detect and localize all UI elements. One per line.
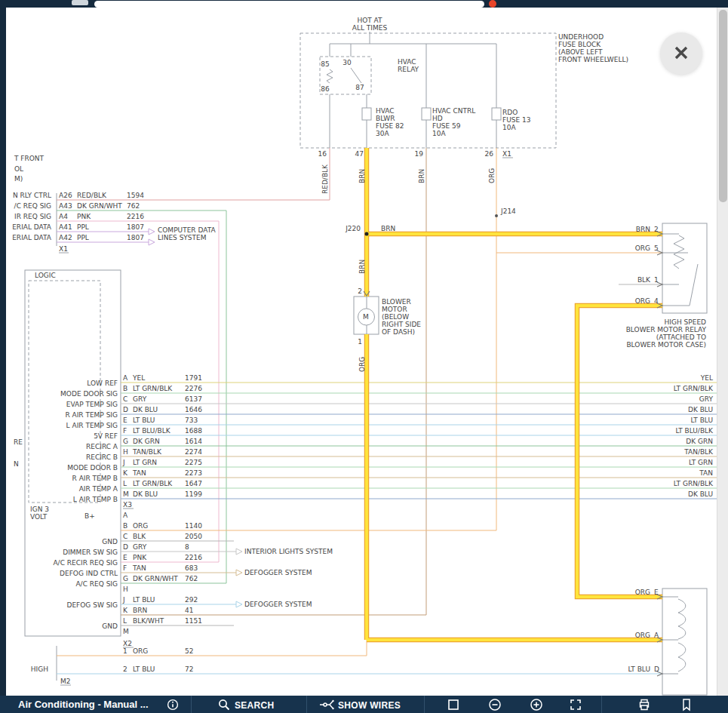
resistor-pin-id: A <box>654 632 659 639</box>
left-module-signal: ERIAL DATA <box>12 223 52 231</box>
highlighted-wire[interactable] <box>367 148 662 640</box>
wire-circuit: 1791 <box>185 374 202 382</box>
browser-notification-icon[interactable] <box>489 0 496 8</box>
wire-pin: D <box>123 406 128 413</box>
relay-pin-id: 1 <box>654 276 659 284</box>
left-module-signal: N RLY CTRL <box>13 192 51 199</box>
blower-resistor-box <box>662 589 707 695</box>
wire-pin: E <box>123 416 127 424</box>
junction-j214-dot <box>495 214 498 217</box>
close-button[interactable] <box>660 32 702 75</box>
show-wires-icon[interactable] <box>319 698 334 711</box>
relay-pin-86: 86 <box>321 85 330 93</box>
wire-color: BLK <box>133 533 146 540</box>
wire-circuit: 733 <box>185 416 198 424</box>
wire-circuit: 762 <box>127 202 140 210</box>
wire-circuit: 2216 <box>185 554 202 561</box>
wire-color-right: LT GRN <box>689 459 713 466</box>
left-module-header: T FRONT <box>14 155 45 162</box>
wire-circuit: 2274 <box>185 448 202 456</box>
wire-circuit: 1614 <box>185 438 202 445</box>
fuse-block-pin-16: 16 <box>318 150 327 158</box>
browser-urlbar[interactable] <box>94 1 484 8</box>
resistor-pin-id: D <box>654 665 659 673</box>
wire-circuit: 1807 <box>127 223 144 231</box>
wire-label-brn: BRN <box>418 169 425 183</box>
wire-color: TAN/BLK <box>132 448 162 456</box>
wire-pin: A <box>123 512 128 519</box>
fuse-cntrl-label: FUSE 59 <box>432 122 461 130</box>
fullscreen-icon[interactable] <box>447 698 460 711</box>
wire-pin: M <box>123 628 129 635</box>
logic-signal: MODE DOOR SIG <box>60 390 118 398</box>
close-icon <box>671 43 691 65</box>
left-module-header: OL <box>14 165 23 173</box>
blower-relay-label: BLOWER MOTOR CASE) <box>626 341 706 349</box>
zoom-in-icon[interactable] <box>530 698 543 711</box>
wire-pin: L <box>123 480 127 487</box>
wire-color: LT BLU <box>133 596 155 604</box>
wire-pin: C <box>123 395 127 403</box>
show-wires-button[interactable]: SHOW WIRES <box>338 700 401 711</box>
blower-motor-label: (BELOW <box>382 313 409 321</box>
vertical-scrollbar[interactable] <box>717 8 728 696</box>
offpage-arrow-icon <box>236 601 242 607</box>
print-icon[interactable] <box>637 698 651 711</box>
wire-circuit: 683 <box>185 564 198 572</box>
wire-circuit: 1647 <box>185 480 202 487</box>
module-signal: DIMMER SW SIG <box>63 549 118 556</box>
relay-pin-color: ORG <box>635 244 650 252</box>
blower-motor-label: MOTOR <box>382 306 407 313</box>
wire-label-red-blk: RED/BLK <box>321 164 329 194</box>
wire-color-right: LT GRN/BLK <box>674 480 714 487</box>
motor-m-glyph: M <box>363 313 369 321</box>
wire-color: TAN <box>132 469 146 477</box>
fuse-block-pin-26: 26 <box>485 150 494 158</box>
offpage-arrow-icon <box>149 229 155 245</box>
wire-color: LT BLU <box>133 416 155 424</box>
blower-pin-1: 1 <box>358 338 362 346</box>
fuse-rdo-label: 10A <box>502 124 516 131</box>
wire-color-right: LT GRN/BLK <box>674 385 714 392</box>
wire-pin: K <box>123 469 128 477</box>
toolbar-divider <box>601 696 602 713</box>
wire-pin: A4 <box>59 213 68 220</box>
logic-signal: R AIR TEMP B <box>72 475 118 482</box>
wire-pin: 1 <box>123 647 127 655</box>
fuse-symbol <box>492 108 501 120</box>
wire-color: LT GRN/BLK <box>133 480 173 487</box>
diagram-canvas[interactable]: HOT AT ALL TIMES UNDERHOOD FUSE BLOCK (A… <box>0 0 728 713</box>
wire-pin: 2 <box>123 665 127 673</box>
wire-color: LT GRN/BLK <box>133 385 173 392</box>
module-signal: DEFOG SW SIG <box>66 601 118 609</box>
relay-pin-85: 85 <box>321 60 329 68</box>
connector-m2-label: M2 <box>60 678 71 685</box>
wire-color: LT GRN <box>133 459 157 466</box>
relay-pin-color: BRN <box>636 226 650 233</box>
search-icon[interactable] <box>217 698 231 711</box>
wire-circuit: 2216 <box>127 213 144 220</box>
wire-pin: L <box>123 617 127 625</box>
module-signal: A/C REQ SIG <box>75 580 118 588</box>
wire-circuit: 1199 <box>185 490 202 498</box>
wire-color-right: DK GRN <box>686 438 713 445</box>
wire-color: DK GRN/WHT <box>77 202 122 210</box>
wire-color: PNK <box>77 213 91 220</box>
ign3-volt-label: VOLT <box>30 513 48 521</box>
wire-color: GRY <box>133 395 147 403</box>
search-button[interactable]: SEARCH <box>235 700 274 711</box>
wire-circuit: 1594 <box>127 192 144 199</box>
hvac-relay-label: HVAC <box>398 58 416 66</box>
wire-color: LT BLU/BLK <box>133 427 171 435</box>
resistor-pin-color: ORG <box>635 632 650 639</box>
scrollbar-thumb[interactable] <box>719 10 727 202</box>
module-signal: A/C RECIR REQ SIG <box>53 559 118 567</box>
junction-j220-dot <box>365 232 369 236</box>
module-signal: GND <box>102 538 118 546</box>
zoom-out-icon[interactable] <box>488 698 502 711</box>
fit-to-screen-icon[interactable] <box>569 698 582 711</box>
info-icon[interactable] <box>167 699 179 711</box>
bookmark-icon[interactable] <box>680 698 693 711</box>
fuse-block-boundary <box>300 33 556 148</box>
browser-tab-chip <box>72 0 88 5</box>
